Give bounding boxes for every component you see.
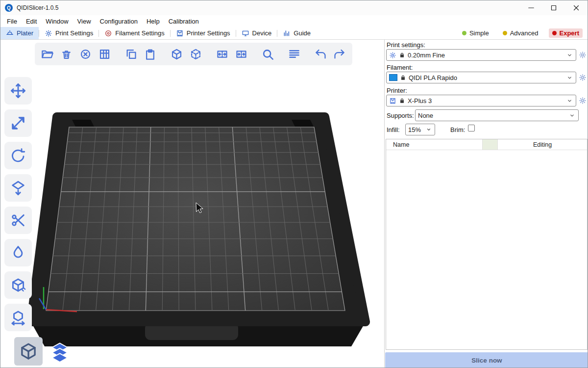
infill-combo[interactable]: 15% <box>405 124 435 135</box>
variable-layer-height-icon <box>288 48 301 61</box>
brim-checkbox[interactable] <box>468 125 475 131</box>
chevron-down-icon <box>569 112 575 119</box>
gear-icon <box>579 97 587 105</box>
delete-button[interactable] <box>58 44 75 64</box>
filament-gear-button[interactable] <box>578 73 587 82</box>
print-settings-combo[interactable]: 0.20mm Fine <box>386 49 576 61</box>
object-list-body[interactable] <box>386 150 587 349</box>
undo-icon <box>314 48 327 61</box>
infill-label: Infill: <box>387 126 400 133</box>
print-settings-icon <box>45 29 52 37</box>
top-toolbar <box>35 43 352 65</box>
maximize-button[interactable] <box>542 0 565 15</box>
bed-clip-left <box>72 120 94 127</box>
arrange-button[interactable] <box>96 44 114 64</box>
copy-button[interactable] <box>122 44 140 64</box>
tab-printer-settings[interactable]: Printer Settings <box>171 27 236 39</box>
chevron-down-icon <box>566 75 573 81</box>
preview-view-icon <box>49 341 70 362</box>
title-bar: Q QIDISlicer-1.0.5 <box>0 0 588 15</box>
mirror-tool-button[interactable] <box>4 304 32 331</box>
move-icon <box>10 82 26 99</box>
gear-icon <box>579 51 587 59</box>
open-button[interactable] <box>39 44 56 64</box>
slice-now-button[interactable]: Slice now <box>385 352 588 368</box>
chevron-down-icon <box>426 127 432 132</box>
tab-plater[interactable]: Plater <box>0 27 39 39</box>
printer-small-icon <box>389 97 396 105</box>
add-instance-button[interactable] <box>168 44 186 64</box>
undo-button[interactable] <box>312 44 329 64</box>
mode-advanced[interactable]: Advanced <box>499 28 542 38</box>
tab-filament-settings[interactable]: Filament Settings <box>99 27 170 39</box>
bed-clip-right <box>292 120 314 127</box>
paint-support-tool-button[interactable] <box>4 239 32 266</box>
menu-window[interactable]: Window <box>41 16 73 26</box>
preview-view-button[interactable] <box>46 337 74 366</box>
printer-icon <box>389 97 396 105</box>
cut-icon <box>10 212 26 229</box>
split-to-parts-button[interactable] <box>232 44 250 64</box>
supports-combo[interactable]: None <box>415 109 579 121</box>
menu-configuration[interactable]: Configuration <box>96 16 142 26</box>
column-name: Name <box>386 141 482 148</box>
chevron-down-icon <box>426 127 432 132</box>
mode-dot-icon <box>462 31 466 35</box>
infill-value: 15% <box>408 126 421 133</box>
minimize-button[interactable] <box>520 0 542 15</box>
menu-help[interactable]: Help <box>142 16 164 26</box>
printer-label: Printer: <box>387 87 407 94</box>
mode-expert[interactable]: Expert <box>549 28 583 38</box>
tab-label: Device <box>252 29 272 37</box>
copy-icon <box>124 48 138 61</box>
split-to-parts-icon <box>235 48 248 61</box>
scale-tool-button[interactable] <box>4 109 32 137</box>
menu-view[interactable]: View <box>73 16 96 26</box>
printer-combo[interactable]: X-Plus 3 <box>386 95 576 106</box>
3d-editor-view-button[interactable] <box>14 337 43 366</box>
measure-tool-button[interactable] <box>4 271 32 299</box>
printer-gear-button[interactable] <box>578 96 587 105</box>
menu-calibration[interactable]: Calibration <box>164 16 203 26</box>
delete-all-button[interactable] <box>77 44 95 64</box>
print-settings-gear-button[interactable] <box>578 51 587 59</box>
plater-3d-viewport[interactable] <box>0 40 384 368</box>
arrange-icon <box>98 48 111 61</box>
tab-print-settings[interactable]: Print Settings <box>39 27 98 39</box>
filament-combo[interactable]: QIDI PLA Rapido <box>386 72 576 83</box>
printer-value: X-Plus 3 <box>408 97 432 105</box>
supports-label: Supports: <box>387 112 414 119</box>
tab-label: Filament Settings <box>115 29 164 37</box>
place-on-face-tool-button[interactable] <box>4 174 32 202</box>
add-instance-icon <box>170 48 183 61</box>
tab-guide[interactable]: Guide <box>277 27 316 39</box>
paste-icon <box>144 48 157 61</box>
mode-switch: SimpleAdvancedExpert <box>459 27 588 39</box>
filament-icon <box>104 29 112 37</box>
close-icon <box>572 3 581 12</box>
place-on-face-icon <box>10 180 26 196</box>
split-to-objects-button[interactable] <box>213 44 231 64</box>
menu-file[interactable]: File <box>2 16 22 26</box>
tab-device[interactable]: Device <box>236 27 277 39</box>
preset-gear-icon <box>389 52 396 59</box>
close-button[interactable] <box>565 0 588 15</box>
lock-icon <box>400 75 406 81</box>
lock-icon <box>399 52 405 58</box>
print-bed-3d[interactable] <box>0 40 384 368</box>
cut-tool-button[interactable] <box>4 207 32 234</box>
tab-label: Plater <box>17 29 33 37</box>
remove-instance-button[interactable] <box>187 44 204 64</box>
redo-button[interactable] <box>331 44 348 64</box>
search-button[interactable] <box>259 44 276 64</box>
column-editing: Editing <box>498 141 587 148</box>
rotate-tool-button[interactable] <box>4 142 32 169</box>
mode-dot-icon <box>503 31 507 35</box>
gear-icon <box>579 97 587 105</box>
mode-simple[interactable]: Simple <box>459 28 492 38</box>
menu-edit[interactable]: Edit <box>22 16 41 26</box>
move-tool-button[interactable] <box>4 77 32 105</box>
paste-button[interactable] <box>142 44 159 64</box>
filament-color-swatch <box>389 74 397 81</box>
variable-layer-height-button[interactable] <box>285 44 303 64</box>
